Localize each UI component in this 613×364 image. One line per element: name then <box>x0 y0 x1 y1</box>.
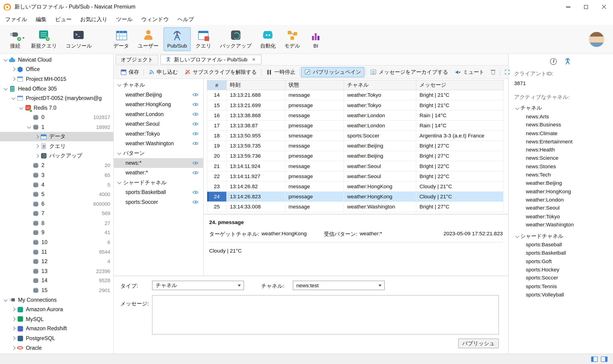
active-channel-weather-beijing[interactable]: weather:Beijing <box>514 179 610 187</box>
channel-group-patterns[interactable]: パターン <box>114 148 203 158</box>
publish-button[interactable]: パブリッシュ <box>458 338 499 348</box>
toolbar-query-button[interactable]: クエリ <box>192 27 215 51</box>
chevron-right-icon[interactable] <box>34 153 40 159</box>
clear-messages-button[interactable] <box>487 67 499 77</box>
column-header-channel[interactable]: チャネル <box>344 80 416 90</box>
subscribe-button[interactable]: 申し込む <box>145 67 181 77</box>
tree-item-db-6[interactable]: 6600000 <box>0 199 113 209</box>
tree-item-db-7[interactable]: 7569 <box>0 209 113 218</box>
channel-item-weather-hongkong[interactable]: weather:HongKong <box>114 100 203 109</box>
channel-item-sports-soccer[interactable]: sports:Soccer <box>114 197 203 207</box>
chevron-right-icon[interactable] <box>10 345 16 351</box>
eye-icon[interactable] <box>192 121 199 127</box>
active-group-channels[interactable]: チャネル <box>514 104 610 112</box>
eye-icon[interactable] <box>192 140 199 147</box>
toolbar-bi-button[interactable]: BI <box>305 27 327 51</box>
active-channel-news-business[interactable]: news:Business <box>514 121 610 129</box>
chevron-right-icon[interactable] <box>34 143 40 149</box>
tree-item-project-mh-0015[interactable]: Project MH-0015 <box>0 74 113 84</box>
active-channel-weather-tokyo[interactable]: weather:Tokyo <box>514 212 610 221</box>
tree-item-postgresql[interactable]: PostgreSQL <box>0 333 113 343</box>
column-header-state[interactable]: 状態 <box>285 80 344 90</box>
active-channel-news-arts[interactable]: news:Arts <box>514 112 610 121</box>
active-channel-news-entertainment[interactable]: news:Entertainment <box>514 137 610 146</box>
pause-button[interactable]: 一時停止 <box>263 67 298 77</box>
toolbar-new-query-button[interactable]: 新規クエリ <box>27 27 61 51</box>
channel-select[interactable]: news:test <box>293 281 385 290</box>
chevron-down-icon[interactable] <box>2 297 9 303</box>
active-channel-sports-baseball[interactable]: sports:Baseball <box>514 241 610 249</box>
channel-item-sports-basketball[interactable]: sports:Basketball <box>114 187 203 197</box>
active-channel-weather-seoul[interactable]: weather:Seoul <box>514 204 610 212</box>
close-button[interactable] <box>595 0 613 14</box>
chevron-right-icon[interactable] <box>10 326 16 332</box>
active-channel-news-tech[interactable]: news:Tech <box>514 171 610 179</box>
tree-item-office[interactable]: Office <box>0 65 113 74</box>
active-channel-weather-london[interactable]: weather:London <box>514 195 610 204</box>
toolbar-connect-button[interactable]: 接続 <box>4 27 26 51</box>
active-channel-weather-washington[interactable]: weather:Washington <box>514 221 610 229</box>
channel-item-news[interactable]: news:* <box>114 158 203 168</box>
tree-item-db-11[interactable]: 119544 <box>0 247 113 257</box>
active-channel-news-stories[interactable]: news:Stories <box>514 162 610 170</box>
active-group-shard-channels[interactable]: シャードチャネル <box>514 232 610 240</box>
toolbar-user-button[interactable]: ユーザー <box>134 27 162 51</box>
channel-group-shard-channels[interactable]: シャードチャネル <box>114 178 203 187</box>
tab-pubsub-profile[interactable]: 新しいプロファイル - Pub/Sub <box>160 55 261 64</box>
menu-window[interactable]: ウィンドウ <box>137 14 173 25</box>
message-row[interactable]: 2413:14:26.823pmessageweather:HongKongCl… <box>207 191 503 202</box>
tree-item-projectdt-0052[interactable]: ProjectDT-0052 (marybrown@g <box>0 93 113 103</box>
chevron-right-icon[interactable] <box>10 66 16 73</box>
active-channel-news-health[interactable]: news:Health <box>514 146 610 154</box>
tree-item-db-15[interactable]: 152901 <box>0 286 113 295</box>
channel-item-weather-seoul[interactable]: weather:Seoul <box>114 119 203 129</box>
message-row[interactable]: 1613:13:38.868messageweather:LondonRain … <box>207 110 503 120</box>
tree-item-db-1-query[interactable]: クエリ <box>0 142 113 151</box>
message-row[interactable]: 1513:13:21.699pmessageweather:TokyoBrigh… <box>207 100 503 110</box>
chevron-down-icon[interactable] <box>26 124 32 130</box>
active-channel-sports-volleyball[interactable]: sports:Volleyball <box>514 290 610 299</box>
message-row[interactable]: 2313:14:26.82messageweather:HongKongClou… <box>207 181 503 191</box>
tree-item-amazon-redshift[interactable]: Amazon Redshift <box>0 324 113 334</box>
minimize-button[interactable] <box>559 0 577 14</box>
tree-item-db-1-data[interactable]: データ <box>0 132 113 142</box>
column-header-time[interactable]: 時刻 <box>227 80 285 90</box>
channel-item-weather[interactable]: weather:* <box>114 168 203 178</box>
chevron-down-icon[interactable] <box>2 86 9 92</box>
user-avatar[interactable] <box>589 31 604 47</box>
info-icon[interactable] <box>550 58 557 65</box>
eye-icon[interactable] <box>192 199 199 205</box>
active-channel-news-science[interactable]: news:Science <box>514 154 610 162</box>
message-input[interactable] <box>152 295 499 335</box>
tree-item-db-13[interactable]: 1322396 <box>0 266 113 276</box>
message-row[interactable]: 2113:14:11.924messageweather:SeoulBright… <box>207 161 503 171</box>
tree-item-my-connections[interactable]: My Connections <box>0 295 113 305</box>
eye-icon[interactable] <box>192 160 199 166</box>
tree-item-db-8[interactable]: 827 <box>0 218 113 228</box>
message-row[interactable]: 1713:13:38.87pmessageweather:LondonRain … <box>207 120 503 130</box>
toolbar-backup-button[interactable]: バックアップ <box>216 27 256 51</box>
channel-item-weather-washington[interactable]: weather:Washington <box>114 139 203 148</box>
chevron-down-icon[interactable] <box>10 95 16 101</box>
menu-help[interactable]: ヘルプ <box>173 14 198 25</box>
menu-favorites[interactable]: お気に入り <box>76 14 112 25</box>
toolbar-pubsub-button[interactable]: Pub/Sub <box>163 27 191 51</box>
toolbar-automation-button[interactable]: 自動化 <box>256 27 279 51</box>
menu-file[interactable]: ファイル <box>1 14 31 25</box>
message-row[interactable]: 1913:13:59.735messageweather:BeijingBrig… <box>207 141 503 151</box>
tab-objects[interactable]: オブジェクト <box>116 55 158 64</box>
tree-item-db-14[interactable]: 149528 <box>0 276 113 286</box>
active-channel-sports-goft[interactable]: sports:Goft <box>514 257 610 265</box>
message-row[interactable]: 2013:13:59.736pmessageweather:BeijingBri… <box>207 151 503 161</box>
active-channel-sports-basketball[interactable]: sports:Basketball <box>514 249 610 257</box>
tab-close-icon[interactable] <box>251 57 256 62</box>
eye-icon[interactable] <box>192 101 199 107</box>
message-row[interactable]: 2513:14:33.008messageweather:WashingtonB… <box>207 202 503 212</box>
active-channel-sports-hockey[interactable]: sports:Hockey <box>514 265 610 274</box>
tree-item-mysql[interactable]: MySQL <box>0 314 113 324</box>
tree-item-db-2[interactable]: 220 <box>0 161 113 170</box>
archive-messages-button[interactable]: メッセージをアーカイブする <box>367 67 451 77</box>
chevron-right-icon[interactable] <box>10 316 16 322</box>
message-row[interactable]: 2213:14:11.927pmessageweather:SeoulBrigh… <box>207 171 503 181</box>
tree-item-db-0[interactable]: 0102817 <box>0 113 113 122</box>
